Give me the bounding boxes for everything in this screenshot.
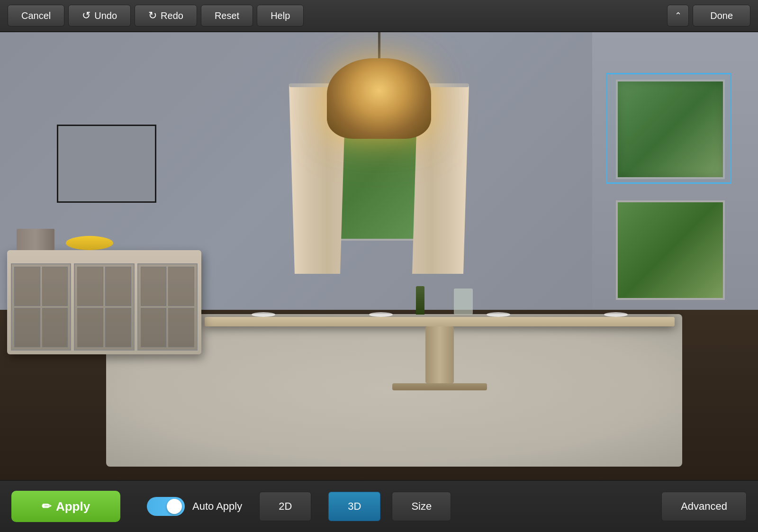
plate-1 bbox=[252, 312, 275, 317]
undo-icon: ↺ bbox=[82, 9, 90, 22]
auto-apply-toggle[interactable] bbox=[147, 497, 185, 516]
auto-apply-container: Auto Apply bbox=[147, 497, 242, 516]
plate-2 bbox=[369, 312, 393, 317]
sideboard-door-2 bbox=[74, 263, 134, 351]
cancel-label: Cancel bbox=[21, 10, 51, 21]
collapse-button[interactable]: ⌃ bbox=[667, 5, 689, 27]
view-2d-button[interactable]: 2D bbox=[259, 492, 311, 521]
view-3d-button[interactable]: 3D bbox=[328, 492, 380, 521]
chandelier bbox=[327, 32, 431, 139]
view-3d-label: 3D bbox=[348, 500, 361, 512]
sideboard-items bbox=[17, 226, 192, 250]
table-base bbox=[392, 383, 487, 390]
redo-icon: ↻ bbox=[148, 9, 157, 22]
view-2d-label: 2D bbox=[279, 500, 292, 512]
plate-3 bbox=[487, 312, 510, 317]
dining-table bbox=[205, 317, 675, 390]
fruit-bowl bbox=[66, 236, 113, 250]
table-settings bbox=[205, 312, 675, 317]
help-label: Help bbox=[271, 10, 290, 21]
sideboard-door-1 bbox=[11, 263, 71, 351]
apply-label: Apply bbox=[56, 499, 90, 514]
auto-apply-label: Auto Apply bbox=[192, 500, 242, 513]
top-toolbar: Cancel ↺ Undo ↻ Redo Reset Help ⌃ Done bbox=[0, 0, 758, 32]
window-right-top bbox=[616, 80, 725, 179]
table-top bbox=[205, 317, 675, 326]
redo-label: Redo bbox=[161, 10, 183, 21]
done-label: Done bbox=[710, 10, 733, 21]
wine-bottle bbox=[416, 286, 424, 315]
chevron-up-icon: ⌃ bbox=[675, 10, 682, 21]
help-button[interactable]: Help bbox=[257, 5, 304, 27]
size-label: Size bbox=[411, 500, 432, 512]
done-button[interactable]: Done bbox=[693, 5, 750, 27]
undo-button[interactable]: ↺ Undo bbox=[68, 5, 131, 27]
cancel-button[interactable]: Cancel bbox=[8, 5, 64, 27]
window-right-bottom bbox=[616, 200, 725, 300]
book-stack bbox=[17, 229, 54, 250]
reset-button[interactable]: Reset bbox=[201, 5, 253, 27]
apply-icon: ✏ bbox=[42, 500, 51, 513]
redo-button[interactable]: ↻ Redo bbox=[135, 5, 197, 27]
bottom-toolbar: ✏ Apply Auto Apply 2D 3D Size Advanced bbox=[0, 480, 758, 532]
art-frame bbox=[57, 125, 156, 203]
table-pedestal bbox=[425, 326, 454, 383]
size-button[interactable]: Size bbox=[392, 492, 451, 521]
flower-vase bbox=[454, 289, 473, 315]
reset-label: Reset bbox=[215, 10, 239, 21]
chandelier-chain bbox=[378, 32, 380, 58]
plate-4 bbox=[604, 312, 628, 317]
advanced-label: Advanced bbox=[681, 500, 727, 512]
sideboard bbox=[7, 250, 201, 354]
sideboard-door-3 bbox=[137, 263, 198, 351]
apply-button[interactable]: ✏ Apply bbox=[11, 491, 120, 522]
undo-label: Undo bbox=[94, 10, 117, 21]
toggle-knob bbox=[167, 499, 182, 514]
sideboard-doors bbox=[7, 260, 201, 354]
scene-viewport[interactable] bbox=[0, 32, 758, 480]
advanced-button[interactable]: Advanced bbox=[661, 492, 747, 521]
chandelier-body bbox=[327, 58, 431, 139]
